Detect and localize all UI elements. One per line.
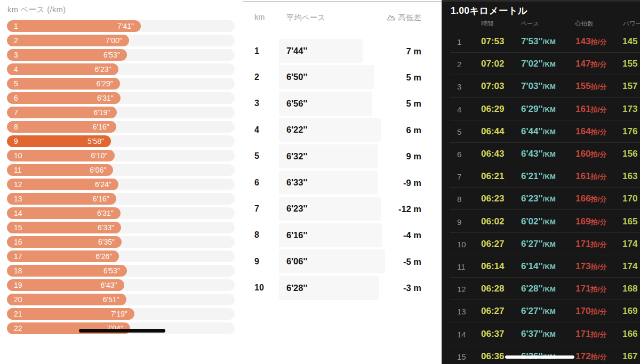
home-indicator-dark[interactable]	[79, 329, 165, 333]
pace-bar-row[interactable]: 11 6'06"	[7, 164, 235, 176]
col-header-km: km	[254, 13, 265, 21]
lap-power: 174	[622, 261, 637, 272]
col-header-pace: ペース	[521, 20, 539, 28]
km-label: 10	[14, 151, 22, 160]
km-label: 10	[254, 283, 264, 293]
pace-unit: /KM	[543, 195, 556, 203]
lap-pace: 6'29''/KM	[521, 104, 556, 115]
km-label: 18	[14, 266, 22, 275]
pace-unit: /KM	[543, 128, 556, 136]
lap-row: 14 06:37 6'37''/KM 171拍/分 166	[442, 323, 640, 345]
pace-bar-row[interactable]: 14 6'31"	[7, 207, 235, 219]
km-label: 5	[14, 79, 18, 88]
km-label: 14	[14, 209, 22, 217]
lap-time: 06:43	[481, 149, 504, 159]
avg-pace-value: 6'33''	[279, 177, 307, 188]
split-row: 7 6'23'' -12 m	[243, 197, 442, 221]
km-label: 11	[14, 166, 22, 174]
laps-table-panel[interactable]: 1.00キロメートル 時間 ペース 心拍数 パワー 1 07:53 7'53''…	[442, 0, 640, 364]
lap-heart-rate: 166拍/分	[575, 193, 607, 204]
split-row: 5 6'32'' 9 m	[243, 144, 442, 168]
heart-rate-unit: 拍/分	[590, 106, 607, 114]
lap-index: 12	[457, 285, 466, 294]
pace-bar-row[interactable]: 18 6'53"	[7, 265, 235, 277]
pace-bar-row[interactable]: 15 6'33"	[7, 222, 235, 233]
lap-time: 06:27	[481, 306, 504, 317]
pace-bar-row[interactable]: 7 6'19"	[7, 107, 235, 118]
avg-pace-value: 6'28''	[279, 283, 307, 293]
elevation-value: -4 m	[403, 230, 421, 240]
lap-power: 176	[622, 126, 637, 137]
pace-bar: 2 7'00"	[7, 35, 129, 46]
pace-cell-bar: 7'44''	[279, 39, 363, 63]
heart-rate-unit: 拍/分	[590, 285, 607, 293]
avg-pace-value: 6'06''	[279, 256, 307, 266]
km-label: 3	[254, 99, 259, 108]
lap-pace: 6'28''/KM	[521, 284, 556, 294]
home-indicator-light[interactable]	[505, 355, 574, 359]
elevation-value: 5 m	[406, 72, 421, 82]
pace-value: 6'53"	[103, 51, 120, 59]
pace-bar: 7 6'19"	[7, 107, 117, 118]
pace-unit: /KM	[543, 330, 556, 338]
lap-power: 169	[622, 306, 637, 317]
pace-bar-row[interactable]: 9 5'58"	[7, 135, 235, 147]
pace-unit: /KM	[543, 263, 556, 271]
pace-bar-row[interactable]: 6 6'31"	[7, 92, 235, 104]
pace-value: 6'23"	[95, 65, 111, 74]
heart-rate-unit: 拍/分	[590, 218, 607, 226]
pace-unit: /KM	[543, 83, 556, 91]
splits-table-panel[interactable]: km 平均ペース 高低差 1 7'44'' 7 m 2 6'50'' 5 m 3…	[243, 0, 442, 364]
pace-value: 7'41"	[117, 22, 134, 30]
lap-heart-rate: 171拍/分	[575, 284, 607, 294]
pace-value: 6'24"	[95, 180, 111, 189]
pace-bar-row[interactable]: 21 7'19"	[7, 308, 235, 320]
pace-bar-row[interactable]: 12 6'24"	[7, 179, 235, 190]
heart-rate-unit: 拍/分	[590, 60, 607, 68]
lap-power: 156	[622, 149, 637, 159]
pace-bar-row[interactable]: 2 7'00"	[7, 35, 235, 46]
fitness-screenshot-collage: km ペース (/km) 1 7'41" 2 7'00" 3 6'53" 4 6…	[0, 0, 640, 364]
lap-row: 13 06:27 6'27''/KM 170拍/分 169	[442, 300, 640, 322]
lap-time: 06:44	[481, 126, 504, 137]
pace-bar-row[interactable]: 3 6'53"	[7, 49, 235, 61]
pace-bar-row[interactable]: 16 6'35"	[7, 236, 235, 248]
pace-bar-row[interactable]: 13 6'16"	[7, 193, 235, 205]
heart-rate-unit: 拍/分	[590, 128, 607, 136]
lap-pace: 6'23''/KM	[521, 193, 556, 204]
lap-time: 06:14	[481, 261, 504, 272]
pace-bar-row[interactable]: 20 6'51"	[7, 294, 235, 305]
heart-rate-unit: 拍/分	[590, 38, 607, 46]
elevation-value: 7 m	[406, 46, 421, 56]
lap-row: 3 07:03 7'03''/KM 155拍/分 157	[442, 75, 640, 98]
lap-heart-rate: 161拍/分	[575, 171, 607, 182]
pace-bar-row[interactable]: 8 6'16"	[7, 121, 235, 133]
col-header-elevation: 高低差	[387, 13, 422, 23]
elevation-value: -12 m	[398, 204, 421, 214]
pace-bar-row[interactable]: 10 6'10"	[7, 150, 235, 161]
mountain-icon	[387, 13, 396, 22]
pace-chart-panel[interactable]: km ペース (/km) 1 7'41" 2 7'00" 3 6'53" 4 6…	[0, 0, 243, 364]
km-label: 4	[254, 125, 259, 135]
pace-bar-row[interactable]: 4 6'23"	[7, 63, 235, 75]
pace-bar-row[interactable]: 1 7'41"	[7, 20, 235, 32]
pace-bar-row[interactable]: 19 6'43"	[7, 279, 235, 291]
pace-bar-row[interactable]: 5 6'29"	[7, 78, 235, 90]
lap-pace: 6'02''/KM	[521, 216, 556, 227]
pace-value: 7'19"	[111, 310, 127, 318]
col-header-time: 時間	[481, 20, 493, 28]
pace-value: 6'53"	[103, 266, 120, 275]
lap-row: 12 06:28 6'28''/KM 171拍/分 168	[442, 278, 640, 300]
heart-rate-unit: 拍/分	[590, 330, 607, 338]
pace-bar-row[interactable]: 17 6'26"	[7, 250, 235, 262]
pace-bar: 10 6'10"	[7, 150, 115, 161]
lap-heart-rate: 143拍/分	[575, 36, 607, 47]
lap-power: 170	[622, 193, 637, 204]
pace-cell-bar: 6'32''	[279, 144, 378, 168]
km-label: 22	[14, 324, 22, 333]
avg-pace-value: 6'22''	[279, 125, 307, 135]
avg-pace-value: 7'44''	[279, 46, 307, 56]
pace-unit: /KM	[543, 60, 556, 68]
col-header-elevation-label: 高低差	[398, 13, 422, 23]
lap-power: 167	[622, 351, 637, 362]
